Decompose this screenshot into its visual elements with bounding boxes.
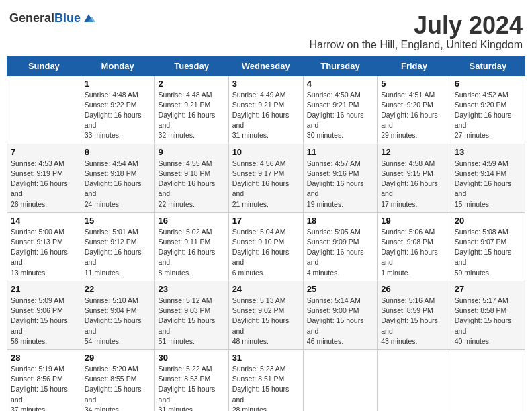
day-number: 22 bbox=[85, 284, 151, 294]
day-number: 16 bbox=[159, 216, 225, 226]
day-info: Sunrise: 4:51 AMSunset: 9:20 PMDaylight:… bbox=[381, 90, 447, 141]
day-number: 18 bbox=[307, 216, 373, 226]
day-info: Sunrise: 5:14 AMSunset: 9:00 PMDaylight:… bbox=[307, 295, 373, 347]
calendar-week-row: 14Sunrise: 5:00 AMSunset: 9:13 PMDayligh… bbox=[7, 212, 525, 281]
calendar-cell: 6Sunrise: 4:52 AMSunset: 9:20 PMDaylight… bbox=[451, 75, 525, 144]
weekday-header-monday: Monday bbox=[81, 56, 154, 75]
day-number: 29 bbox=[85, 353, 151, 363]
calendar-cell: 30Sunrise: 5:22 AMSunset: 8:53 PMDayligh… bbox=[154, 349, 228, 411]
logo: GeneralBlue bbox=[9, 12, 95, 26]
calendar-cell: 14Sunrise: 5:00 AMSunset: 9:13 PMDayligh… bbox=[7, 212, 81, 281]
calendar-cell: 7Sunrise: 4:53 AMSunset: 9:19 PMDaylight… bbox=[7, 144, 81, 212]
calendar-week-row: 1Sunrise: 4:48 AMSunset: 9:22 PMDaylight… bbox=[7, 75, 525, 144]
day-info: Sunrise: 5:00 AMSunset: 9:13 PMDaylight:… bbox=[11, 227, 77, 278]
calendar-cell: 25Sunrise: 5:14 AMSunset: 9:00 PMDayligh… bbox=[303, 281, 377, 349]
calendar-cell: 27Sunrise: 5:17 AMSunset: 8:58 PMDayligh… bbox=[451, 281, 525, 349]
day-number: 30 bbox=[159, 353, 225, 363]
header: GeneralBlue July 2024 Harrow on the Hill… bbox=[7, 7, 525, 54]
weekday-header-thursday: Thursday bbox=[303, 56, 377, 75]
day-number: 19 bbox=[381, 216, 447, 226]
calendar-cell: 10Sunrise: 4:56 AMSunset: 9:17 PMDayligh… bbox=[228, 144, 303, 212]
calendar-cell: 11Sunrise: 4:57 AMSunset: 9:16 PMDayligh… bbox=[303, 144, 377, 212]
day-info: Sunrise: 4:54 AMSunset: 9:18 PMDaylight:… bbox=[85, 158, 151, 210]
calendar-cell: 28Sunrise: 5:19 AMSunset: 8:56 PMDayligh… bbox=[7, 349, 81, 411]
day-info: Sunrise: 4:52 AMSunset: 9:20 PMDaylight:… bbox=[455, 90, 521, 141]
day-info: Sunrise: 5:13 AMSunset: 9:02 PMDaylight:… bbox=[232, 295, 300, 347]
day-number: 27 bbox=[455, 284, 521, 294]
weekday-header-friday: Friday bbox=[378, 56, 451, 75]
calendar-cell: 9Sunrise: 4:55 AMSunset: 9:18 PMDaylight… bbox=[154, 144, 228, 212]
day-number: 5 bbox=[381, 79, 447, 89]
calendar-cell: 20Sunrise: 5:08 AMSunset: 9:07 PMDayligh… bbox=[451, 212, 525, 281]
calendar-cell: 5Sunrise: 4:51 AMSunset: 9:20 PMDaylight… bbox=[378, 75, 451, 144]
day-info: Sunrise: 5:01 AMSunset: 9:12 PMDaylight:… bbox=[85, 227, 151, 278]
calendar-cell: 24Sunrise: 5:13 AMSunset: 9:02 PMDayligh… bbox=[228, 281, 303, 349]
calendar-cell: 18Sunrise: 5:05 AMSunset: 9:09 PMDayligh… bbox=[303, 212, 377, 281]
day-number: 25 bbox=[307, 284, 373, 294]
day-info: Sunrise: 4:49 AMSunset: 9:21 PMDaylight:… bbox=[232, 90, 300, 141]
calendar-cell: 1Sunrise: 4:48 AMSunset: 9:22 PMDaylight… bbox=[81, 75, 154, 144]
logo-blue-text: Blue bbox=[54, 11, 81, 25]
day-info: Sunrise: 5:09 AMSunset: 9:06 PMDaylight:… bbox=[11, 295, 77, 347]
month-title: July 2024 bbox=[310, 12, 523, 39]
day-number: 17 bbox=[232, 216, 300, 226]
calendar-week-row: 7Sunrise: 4:53 AMSunset: 9:19 PMDaylight… bbox=[7, 144, 525, 212]
day-number: 9 bbox=[159, 147, 225, 157]
calendar-cell: 8Sunrise: 4:54 AMSunset: 9:18 PMDaylight… bbox=[81, 144, 154, 212]
day-number: 4 bbox=[307, 79, 373, 89]
day-info: Sunrise: 4:48 AMSunset: 9:21 PMDaylight:… bbox=[159, 90, 225, 141]
day-number: 31 bbox=[232, 353, 300, 363]
day-number: 1 bbox=[85, 79, 151, 89]
day-info: Sunrise: 5:06 AMSunset: 9:08 PMDaylight:… bbox=[381, 227, 447, 278]
day-number: 8 bbox=[85, 147, 151, 157]
weekday-header-tuesday: Tuesday bbox=[154, 56, 228, 75]
calendar-table: SundayMondayTuesdayWednesdayThursdayFrid… bbox=[7, 56, 525, 411]
day-number: 6 bbox=[455, 79, 521, 89]
calendar-cell: 13Sunrise: 4:59 AMSunset: 9:14 PMDayligh… bbox=[451, 144, 525, 212]
day-info: Sunrise: 4:59 AMSunset: 9:14 PMDaylight:… bbox=[455, 158, 521, 210]
calendar-cell: 19Sunrise: 5:06 AMSunset: 9:08 PMDayligh… bbox=[378, 212, 451, 281]
calendar-cell: 29Sunrise: 5:20 AMSunset: 8:55 PMDayligh… bbox=[81, 349, 154, 411]
calendar-cell bbox=[303, 349, 377, 411]
day-number: 2 bbox=[159, 79, 225, 89]
calendar-cell: 15Sunrise: 5:01 AMSunset: 9:12 PMDayligh… bbox=[81, 212, 154, 281]
calendar-cell: 21Sunrise: 5:09 AMSunset: 9:06 PMDayligh… bbox=[7, 281, 81, 349]
calendar-cell: 22Sunrise: 5:10 AMSunset: 9:04 PMDayligh… bbox=[81, 281, 154, 349]
calendar-cell: 26Sunrise: 5:16 AMSunset: 8:59 PMDayligh… bbox=[378, 281, 451, 349]
weekday-header-saturday: Saturday bbox=[451, 56, 525, 75]
day-info: Sunrise: 5:04 AMSunset: 9:10 PMDaylight:… bbox=[232, 227, 300, 278]
location-title: Harrow on the Hill, England, United King… bbox=[310, 39, 523, 51]
day-info: Sunrise: 5:20 AMSunset: 8:55 PMDaylight:… bbox=[85, 364, 151, 411]
day-number: 21 bbox=[11, 284, 77, 294]
weekday-header-wednesday: Wednesday bbox=[228, 56, 303, 75]
day-info: Sunrise: 5:17 AMSunset: 8:58 PMDaylight:… bbox=[455, 295, 521, 347]
calendar-week-row: 28Sunrise: 5:19 AMSunset: 8:56 PMDayligh… bbox=[7, 349, 525, 411]
day-info: Sunrise: 5:02 AMSunset: 9:11 PMDaylight:… bbox=[159, 227, 225, 278]
calendar-cell bbox=[7, 75, 81, 144]
day-number: 14 bbox=[11, 216, 77, 226]
calendar-cell: 31Sunrise: 5:23 AMSunset: 8:51 PMDayligh… bbox=[228, 349, 303, 411]
day-info: Sunrise: 5:19 AMSunset: 8:56 PMDaylight:… bbox=[11, 364, 77, 411]
day-number: 23 bbox=[159, 284, 225, 294]
day-number: 24 bbox=[232, 284, 300, 294]
day-number: 3 bbox=[232, 79, 300, 89]
day-number: 28 bbox=[11, 353, 77, 363]
day-number: 7 bbox=[11, 147, 77, 157]
calendar-cell bbox=[378, 349, 451, 411]
calendar-cell: 12Sunrise: 4:58 AMSunset: 9:15 PMDayligh… bbox=[378, 144, 451, 212]
title-block: July 2024 Harrow on the Hill, England, U… bbox=[310, 12, 523, 51]
calendar-cell bbox=[451, 349, 525, 411]
day-number: 13 bbox=[455, 147, 521, 157]
day-number: 12 bbox=[381, 147, 447, 157]
day-info: Sunrise: 5:22 AMSunset: 8:53 PMDaylight:… bbox=[159, 364, 225, 411]
calendar-cell: 4Sunrise: 4:50 AMSunset: 9:21 PMDaylight… bbox=[303, 75, 377, 144]
day-info: Sunrise: 4:55 AMSunset: 9:18 PMDaylight:… bbox=[159, 158, 225, 210]
day-info: Sunrise: 4:48 AMSunset: 9:22 PMDaylight:… bbox=[85, 90, 151, 141]
day-info: Sunrise: 5:23 AMSunset: 8:51 PMDaylight:… bbox=[232, 364, 300, 411]
day-number: 20 bbox=[455, 216, 521, 226]
day-info: Sunrise: 5:08 AMSunset: 9:07 PMDaylight:… bbox=[455, 227, 521, 278]
calendar-cell: 17Sunrise: 5:04 AMSunset: 9:10 PMDayligh… bbox=[228, 212, 303, 281]
day-number: 15 bbox=[85, 216, 151, 226]
logo-general-text: General bbox=[9, 11, 54, 25]
day-info: Sunrise: 5:05 AMSunset: 9:09 PMDaylight:… bbox=[307, 227, 373, 278]
